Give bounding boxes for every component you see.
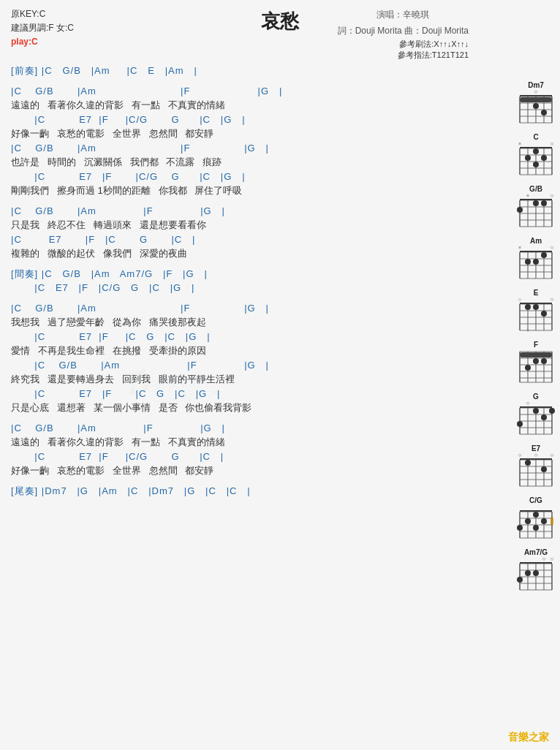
chorus1-lyric2: 複雜的 微酸的起伏 像我們 深愛的夜曲 — [11, 246, 472, 261]
svg-rect-144 — [550, 518, 553, 525]
interlude-chord2: |C E7 |F |C/G G |C |G | — [11, 281, 472, 295]
svg-point-28 — [541, 155, 547, 161]
svg-point-156 — [517, 577, 523, 583]
verse2-lyric1: 我想我 過了戀愛年齡 從為你 痛哭後那夜起 — [11, 315, 472, 330]
header-right: 演唱：辛曉琪 詞：Douji Morita 曲：Douji Morita — [338, 7, 469, 39]
chorus2-section: |C G/B |Am |F |G | 遠遠的 看著你久違的背影 有一點 不真實的… — [11, 421, 472, 478]
svg-point-140 — [533, 512, 539, 518]
svg-point-77 — [533, 304, 539, 310]
svg-text:○: ○ — [550, 141, 554, 147]
verse2-chord2: |C E7 |F |C G |C |G | — [11, 330, 472, 344]
chord-diagrams-column: Dm7 ○ — [515, 79, 556, 594]
svg-point-29 — [533, 162, 539, 167]
svg-rect-11 — [520, 97, 552, 102]
svg-point-27 — [525, 155, 531, 161]
svg-point-78 — [541, 311, 547, 317]
svg-text:○: ○ — [550, 452, 554, 458]
svg-point-109 — [549, 408, 555, 414]
svg-text:○: ○ — [526, 327, 529, 332]
chord-diagram-f: F — [517, 341, 555, 384]
svg-point-107 — [517, 421, 523, 427]
chorus1-lyric1: 只是我 終忍不住 轉過頭來 還是想要看看你 — [11, 218, 472, 232]
chorus2-lyric1: 遠遠的 看著你久違的背影 有一點 不真實的情緒 — [11, 435, 472, 450]
outro-chords: [尾奏] |Dm7 |G |Am |C |Dm7 |G |C |C | — [11, 484, 472, 499]
song-title: 哀愁 — [261, 9, 299, 34]
chord-diagram-e7: E7 ○ ○ ○ — [517, 444, 555, 488]
suggested-key: 建議男調:F 女:C — [11, 21, 74, 35]
verse2-lyric2: 愛情 不再是我生命裡 在挑撥 受牽掛的原因 — [11, 344, 472, 358]
svg-text:○: ○ — [534, 89, 538, 95]
interlude-section: [間奏] |C G/B |Am Am7/G |F |G | |C E7 |F |… — [11, 267, 472, 295]
chorus1-chord1: |C G/B |Am |F |G | — [11, 204, 472, 219]
verse1-lyric1: 遠遠的 看著你久違的背影 有一點 不真實的情緒 — [11, 98, 472, 113]
svg-text:○: ○ — [550, 193, 554, 199]
svg-point-44 — [533, 200, 539, 206]
verse1-lyric3: 也許是 時間的 沉澱關係 我們都 不流露 痕跡 — [11, 155, 472, 170]
prelude-section: [前奏] |C G/B |Am |C E |Am | — [11, 64, 472, 78]
chord-diagram-gb: G/B × ○ — [517, 185, 555, 228]
svg-point-95 — [525, 365, 531, 371]
svg-point-43 — [517, 207, 523, 213]
chorus2-chord1: |C G/B |Am |F |G | — [11, 421, 472, 436]
svg-point-61 — [541, 252, 547, 258]
chord-diagram-g: G ○ — [517, 393, 555, 436]
svg-point-139 — [517, 525, 523, 531]
verse2-lyric3: 終究我 還是要轉過身去 回到我 眼前的平靜生活裡 — [11, 372, 472, 387]
interlude-chord1: [間奏] |C G/B |Am Am7/G |F |G | — [11, 267, 472, 281]
svg-point-59 — [525, 259, 531, 265]
original-key: 原KEY:C — [11, 7, 74, 21]
svg-point-125 — [541, 466, 547, 472]
verse2-lyric4: 只是心底 還想著 某一個小事情 是否 你也偷看我背影 — [11, 401, 472, 415]
verse1-lyric4: 剛剛我們 擦身而過 1秒間的距離 你我都 屏住了呼吸 — [11, 183, 472, 198]
verse1-lyric2: 好像一齣 哀愁的電影 全世界 忽然間 都安靜 — [11, 126, 472, 141]
svg-text:×: × — [518, 245, 521, 250]
song-content: [前奏] |C G/B |Am |C E |Am | |C G/B |Am |F… — [11, 64, 472, 498]
verse1-chord4: |C E7 |F |C/G G |C |G | — [11, 170, 472, 184]
svg-text:×: × — [518, 141, 521, 146]
chord-diagram-dm7: Dm7 ○ — [517, 81, 555, 124]
svg-text:○: ○ — [518, 297, 521, 302]
lyricist: 詞：Douji Morita 曲：Douji Morita — [338, 23, 469, 39]
chord-diagram-cg: C/G — [517, 496, 555, 539]
prelude-chords: [前奏] |C G/B |Am |C E |Am | — [11, 64, 472, 78]
svg-text:○: ○ — [518, 452, 522, 458]
svg-point-45 — [541, 200, 547, 206]
svg-point-93 — [533, 358, 539, 364]
strum-method: 參考刷法:X↑↑↓X↑↑↓ — [398, 39, 469, 50]
verse2-chord4: |C E7 |F |C G |C |G | — [11, 387, 472, 401]
verse2-section: |C G/B |Am |F |G | 我想我 過了戀愛年齡 從為你 痛哭後那夜起… — [11, 301, 472, 415]
svg-point-157 — [525, 570, 531, 576]
outro-section: [尾奏] |Dm7 |G |Am |C |Dm7 |G |C |C | — [11, 484, 472, 499]
svg-rect-92 — [520, 352, 552, 357]
play-key: play:C — [11, 35, 74, 49]
chord-diagram-am7g: Am7/G ○ ○ — [517, 548, 555, 591]
chord-diagram-am: Am × ○ — [517, 237, 555, 280]
svg-text:○: ○ — [550, 297, 554, 303]
svg-point-158 — [533, 570, 539, 576]
chord-diagram-c: C × ○ — [517, 133, 555, 176]
svg-point-94 — [541, 358, 547, 364]
verse2-chord1: |C G/B |Am |F |G | — [11, 301, 472, 316]
svg-point-141 — [525, 518, 531, 524]
svg-text:×: × — [526, 193, 529, 198]
svg-point-124 — [525, 460, 531, 466]
svg-text:○: ○ — [534, 452, 538, 458]
chorus1-chord2: |C E7 |F |C G |C | — [11, 232, 472, 247]
verse1-chord1: |C G/B |Am |F |G | — [11, 84, 472, 99]
svg-point-26 — [533, 148, 539, 154]
svg-point-13 — [541, 110, 547, 115]
svg-point-76 — [525, 304, 531, 310]
chorus2-chord2: |C E7 |F |C/G G |C | — [11, 450, 472, 464]
verse2-chord3: |C G/B |Am |F |G | — [11, 358, 472, 373]
chorus1-section: |C G/B |Am |F |G | 只是我 終忍不住 轉過頭來 還是想要看看你… — [11, 204, 472, 261]
svg-text:○: ○ — [542, 556, 546, 562]
svg-point-60 — [533, 259, 539, 265]
strumming-pattern: 參考刷法:X↑↑↓X↑↑↓ 參考指法:T121T121 — [398, 39, 469, 61]
strum-fingering: 參考指法:T121T121 — [398, 50, 469, 61]
verse1-section: |C G/B |Am |F |G | 遠遠的 看著你久違的背影 有一點 不真實的… — [11, 84, 472, 198]
svg-point-108 — [533, 408, 539, 414]
performer: 演唱：辛曉琪 — [338, 7, 469, 23]
svg-point-143 — [533, 525, 539, 531]
verse1-chord2: |C E7 |F |C/G G |C |G | — [11, 113, 472, 127]
header-left: 原KEY:C 建議男調:F 女:C play:C — [11, 7, 74, 50]
